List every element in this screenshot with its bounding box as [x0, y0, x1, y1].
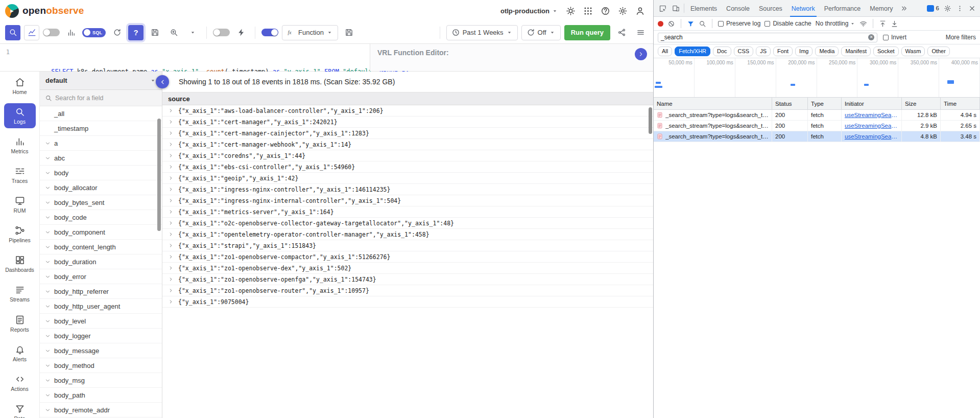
- import-har-icon[interactable]: [891, 20, 898, 28]
- type-filter-pill[interactable]: Other: [927, 47, 950, 56]
- checkbox[interactable]: [883, 35, 889, 40]
- more-filters-button[interactable]: More filters: [946, 34, 976, 41]
- field-row[interactable]: body_method: [40, 358, 162, 373]
- source-column-header[interactable]: source: [162, 92, 653, 105]
- result-row[interactable]: {"x_axis_1":"geoip","y_axis_1":42}: [162, 173, 653, 184]
- quick-mode-toggle[interactable]: [213, 29, 230, 36]
- expand-row-icon[interactable]: [168, 164, 174, 170]
- visualize-button[interactable]: [24, 25, 39, 40]
- field-row[interactable]: body_message: [40, 343, 162, 358]
- expand-row-icon[interactable]: [168, 119, 174, 125]
- saved-views-dropdown[interactable]: [185, 25, 200, 40]
- device-toolbar-button[interactable]: [669, 2, 682, 15]
- help-circle-icon[interactable]: [601, 6, 610, 16]
- expand-row-icon[interactable]: [168, 198, 174, 203]
- field-row[interactable]: body_error: [40, 269, 162, 284]
- expand-row-icon[interactable]: [168, 265, 174, 271]
- field-row[interactable]: body_level: [40, 314, 162, 329]
- clear-log-icon[interactable]: [667, 20, 675, 28]
- more-menu-button[interactable]: [633, 25, 648, 40]
- result-row[interactable]: {"y_axis_1":9075004}: [162, 296, 653, 308]
- type-filter-pill[interactable]: JS: [756, 47, 771, 56]
- nav-item[interactable]: Data sources: [4, 400, 36, 418]
- clear-filter-icon[interactable]: ✕: [868, 34, 874, 40]
- expand-row-icon[interactable]: [168, 276, 174, 282]
- invert-checkbox[interactable]: Invert: [883, 34, 906, 41]
- field-row[interactable]: body_allocator: [40, 180, 162, 195]
- nav-item[interactable]: Home: [4, 74, 36, 99]
- expand-row-icon[interactable]: [168, 209, 174, 215]
- result-row[interactable]: {"x_axis_1":"opentelemetry-operator-cont…: [162, 229, 653, 240]
- result-row[interactable]: {"x_axis_1":"zo1-openobserve-compactor",…: [162, 251, 653, 263]
- expand-row-icon[interactable]: [168, 288, 174, 293]
- run-query-button[interactable]: Run query: [564, 25, 610, 40]
- field-row[interactable]: body_logger: [40, 329, 162, 343]
- type-filter-pill[interactable]: All: [658, 47, 672, 56]
- nav-item[interactable]: Metrics: [4, 133, 36, 158]
- result-row[interactable]: {"x_axis_1":"ingress-nginx-internal-cont…: [162, 195, 653, 206]
- field-row[interactable]: body: [40, 166, 162, 180]
- type-filter-pill[interactable]: Img: [795, 47, 812, 56]
- save-search-button[interactable]: [147, 25, 162, 40]
- field-search-input[interactable]: [55, 95, 157, 102]
- console-messages-badge[interactable]: 6: [927, 5, 939, 12]
- field-row[interactable]: body_bytes_sent: [40, 195, 162, 210]
- result-row[interactable]: {"x_axis_1":"zo1-openobserve-dex","y_axi…: [162, 263, 653, 274]
- devtools-tab[interactable]: Performance: [820, 0, 866, 17]
- result-row[interactable]: {"x_axis_1":"strapi","y_axis_1":151843}: [162, 240, 653, 251]
- field-row[interactable]: body_http_user_agent: [40, 299, 162, 314]
- org-selector[interactable]: otlp-production: [500, 7, 558, 15]
- network-request-row[interactable]: _search_stream?type=logs&search_ty... 20…: [654, 131, 980, 142]
- devtools-tab[interactable]: Memory: [865, 0, 897, 17]
- type-filter-pill[interactable]: Socket: [873, 47, 899, 56]
- nav-item[interactable]: Actions: [4, 370, 36, 396]
- nav-item[interactable]: Alerts: [4, 341, 36, 366]
- type-filter-pill[interactable]: CSS: [734, 47, 754, 56]
- vrl-toggle-button[interactable]: [635, 48, 647, 60]
- expand-row-icon[interactable]: [168, 153, 174, 158]
- devtools-settings-icon[interactable]: [944, 5, 951, 12]
- request-initiator-link[interactable]: useStreamingSearch.t: [845, 133, 898, 140]
- stream-selector[interactable]: default: [40, 72, 162, 90]
- field-row[interactable]: _timestamp: [40, 121, 162, 136]
- column-header-time[interactable]: Time: [941, 98, 980, 109]
- nav-item[interactable]: Logs: [4, 103, 36, 128]
- devtools-tab[interactable]: Elements: [686, 0, 722, 17]
- expand-row-icon[interactable]: [168, 231, 174, 237]
- type-filter-pill[interactable]: Fetch/XHR: [675, 47, 710, 56]
- field-row[interactable]: abc: [40, 151, 162, 166]
- help-button[interactable]: ?: [128, 25, 144, 40]
- type-filter-pill[interactable]: Media: [815, 47, 839, 56]
- function-dropdown[interactable]: fx Function: [282, 25, 338, 40]
- disable-cache-checkbox[interactable]: Disable cache: [764, 20, 811, 27]
- sql-mode-toggle[interactable]: SQL: [82, 28, 106, 37]
- result-row[interactable]: {"x_axis_1":"zo1-openobserve-openfga","y…: [162, 274, 653, 285]
- preserve-log-checkbox[interactable]: Preserve log: [718, 20, 760, 27]
- field-row[interactable]: a: [40, 136, 162, 151]
- expand-row-icon[interactable]: [168, 254, 174, 260]
- expand-row-icon[interactable]: [168, 130, 174, 136]
- expand-row-icon[interactable]: [168, 142, 174, 147]
- request-initiator-link[interactable]: useStreamingSearch.t: [845, 123, 898, 129]
- time-range-dropdown[interactable]: Past 1 Weeks: [446, 25, 518, 40]
- throttling-dropdown[interactable]: No throttling: [816, 20, 856, 27]
- record-button[interactable]: [658, 21, 663, 27]
- result-row[interactable]: {"x_axis_1":"metrics-server","y_axis_1":…: [162, 206, 653, 218]
- reset-query-button[interactable]: [109, 25, 125, 40]
- result-row[interactable]: {"x_axis_1":"zo1-openobserve-router","y_…: [162, 285, 653, 296]
- devtools-tab[interactable]: Sources: [754, 0, 787, 17]
- search-mode-button[interactable]: [5, 25, 20, 40]
- devtools-menu-icon[interactable]: [956, 5, 964, 12]
- histogram-button[interactable]: [63, 25, 79, 40]
- network-conditions-icon[interactable]: [859, 20, 867, 28]
- theme-toggle-icon[interactable]: [566, 6, 576, 16]
- column-header-type[interactable]: Type: [808, 98, 842, 109]
- result-row[interactable]: {"x_axis_1":"o2c-openobserve-collector-g…: [162, 218, 653, 229]
- inspect-element-button[interactable]: [656, 2, 669, 15]
- column-header-size[interactable]: Size: [902, 98, 941, 109]
- expand-row-icon[interactable]: [168, 220, 174, 226]
- network-request-row[interactable]: _search_stream?type=logs&search_ty... 20…: [654, 110, 980, 121]
- result-row[interactable]: {"x_axis_1":"ingress-nginx-controller","…: [162, 184, 653, 195]
- auto-refresh-dropdown[interactable]: Off: [521, 25, 561, 40]
- query-editor[interactable]: 1 SELECT k8s_deployment_name as "x_axis_…: [0, 44, 370, 71]
